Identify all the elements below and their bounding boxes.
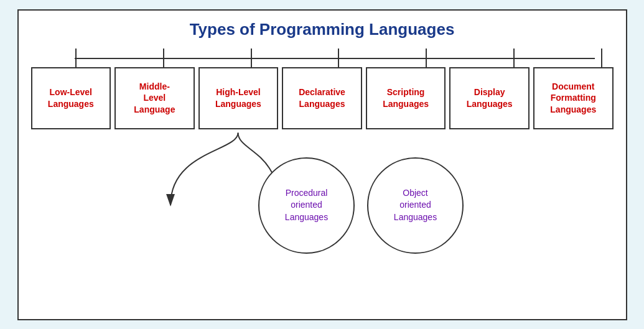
box-scripting: ScriptingLanguages xyxy=(366,67,446,129)
circles-row: ProceduralorientedLanguages Objectorient… xyxy=(25,157,620,254)
horizontal-line xyxy=(75,58,595,59)
vdrop-4 xyxy=(338,49,339,67)
lower-section: ProceduralorientedLanguages Objectorient… xyxy=(25,132,620,251)
diagram-container: Types of Programming Languages Low-Level… xyxy=(17,9,627,320)
circle-object-oriented: ObjectorientedLanguages xyxy=(367,157,464,254)
vdrop-5 xyxy=(426,49,427,67)
circle-procedural: ProceduralorientedLanguages xyxy=(258,157,355,254)
boxes-row: Low-LevelLanguages Middle-LevelLanguage … xyxy=(31,67,614,129)
box-document-formatting: DocumentFormattingLanguages xyxy=(533,67,614,129)
connector-area xyxy=(31,49,614,67)
box-low-level: Low-LevelLanguages xyxy=(31,67,111,129)
box-middle-level: Middle-LevelLanguage xyxy=(114,67,195,129)
box-display: DisplayLanguages xyxy=(449,67,530,129)
diagram-title: Types of Programming Languages xyxy=(25,17,620,42)
box-declarative: DeclarativeLanguages xyxy=(282,67,362,129)
vdrop-1 xyxy=(75,49,77,67)
vdrop-2 xyxy=(163,49,164,67)
vdrop-3 xyxy=(251,49,252,67)
vdrop-7 xyxy=(601,49,602,67)
vdrop-6 xyxy=(513,49,515,67)
box-high-level: High-LevelLanguages xyxy=(198,67,279,129)
